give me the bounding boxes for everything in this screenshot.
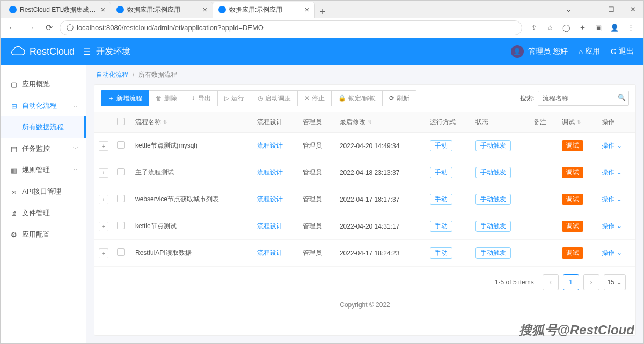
design-link[interactable]: 流程设计	[257, 222, 283, 230]
sort-icon[interactable]: ⇅	[163, 120, 167, 125]
col-action: 操作	[597, 112, 635, 133]
cell-modified: 2022-04-17 18:24:23	[335, 240, 426, 267]
debug-button[interactable]: 调试	[562, 247, 583, 259]
maximize-button[interactable]: ☐	[601, 1, 622, 18]
page-number-button[interactable]: 1	[563, 274, 579, 290]
url-input[interactable]: ⓘ localhost:8080/restcloud/admin/etl/app…	[60, 20, 522, 35]
action-dropdown[interactable]: 操作 ⌄	[602, 222, 621, 230]
browser-tab-0[interactable]: RestCloud ETL数据集成平台 ×	[4, 2, 111, 18]
breadcrumb-link[interactable]: 自动化流程	[96, 70, 128, 79]
delete-button[interactable]: 🗑 删除	[149, 90, 184, 106]
row-checkbox[interactable]	[117, 141, 125, 149]
panel-icon[interactable]: ▣	[593, 23, 604, 33]
row-checkbox[interactable]	[117, 168, 125, 175]
expand-row-button[interactable]: +	[99, 248, 108, 258]
sidebar-item-tasks[interactable]: ▤任务监控﹀	[1, 138, 86, 159]
sidebar-item-automation[interactable]: ⊞自动化流程︿	[1, 95, 86, 116]
col-modified[interactable]: 最后修改	[340, 118, 365, 126]
dashboard-icon: ▢	[10, 80, 18, 88]
env-selector[interactable]: ☰ 开发环境	[83, 46, 130, 57]
export-button[interactable]: ⤓ 导出	[184, 90, 218, 106]
expand-row-button[interactable]: +	[99, 141, 108, 151]
page-size-select[interactable]: 15 ⌄	[604, 274, 626, 290]
apps-link[interactable]: ⌂ 应用	[579, 47, 600, 56]
gear-icon: ⚙	[10, 231, 18, 238]
chevron-down-icon[interactable]: ⌄	[558, 1, 579, 18]
search-icon[interactable]: 🔍	[618, 94, 626, 101]
action-dropdown[interactable]: 操作 ⌄	[602, 249, 621, 257]
add-button[interactable]: ＋ 新增流程	[101, 90, 149, 106]
pagination-info: 1-5 of 5 items	[495, 279, 534, 286]
prev-page-button[interactable]: ‹	[543, 274, 559, 290]
brand-text: RestCloud	[30, 46, 75, 57]
action-dropdown[interactable]: 操作 ⌄	[602, 169, 621, 176]
stop-button[interactable]: ✕ 停止	[298, 90, 332, 106]
sidebar-item-files[interactable]: 🗎文件管理	[1, 202, 86, 224]
sidebar-item-overview[interactable]: ▢应用概览	[1, 74, 86, 95]
close-icon[interactable]: ×	[305, 5, 309, 14]
design-link[interactable]: 流程设计	[257, 169, 283, 176]
minimize-button[interactable]: —	[579, 1, 601, 18]
select-all-checkbox[interactable]	[117, 118, 125, 125]
flows-table: 流程名称⇅ 流程设计 管理员 最后修改⇅ 运行方式 状态 备注 调试⇅ 操作 +…	[94, 112, 635, 267]
close-icon[interactable]: ×	[203, 5, 207, 14]
menu-fold-icon: ☰	[83, 47, 91, 57]
row-checkbox[interactable]	[117, 248, 125, 256]
design-link[interactable]: 流程设计	[257, 142, 283, 149]
profile-icon[interactable]: 👤	[609, 23, 620, 33]
address-bar: ← → ⟳ ⓘ localhost:8080/restcloud/admin/e…	[1, 18, 643, 38]
star-icon[interactable]: ☆	[545, 23, 555, 33]
expand-row-button[interactable]: +	[99, 195, 108, 204]
action-dropdown[interactable]: 操作 ⌄	[602, 142, 621, 149]
sort-icon[interactable]: ⇅	[577, 120, 581, 125]
table-row: +kettle节点测试流程设计管理员2022-04-20 14:31:17手动手…	[94, 213, 635, 240]
share-icon[interactable]: ⇪	[529, 23, 539, 33]
schedule-button[interactable]: ◷ 启动调度	[251, 90, 298, 106]
browser-tab-2[interactable]: 数据应用:示例应用 ×	[213, 2, 315, 18]
debug-button[interactable]: 调试	[562, 221, 583, 232]
chevron-down-icon: ⌄	[617, 279, 622, 286]
expand-row-button[interactable]: +	[99, 222, 108, 231]
design-link[interactable]: 流程设计	[257, 249, 283, 257]
favicon-icon	[116, 6, 124, 13]
add-label: 新增流程	[116, 94, 142, 103]
action-dropdown[interactable]: 操作 ⌄	[602, 195, 621, 203]
close-icon[interactable]: ×	[101, 5, 105, 14]
menu-icon[interactable]: ⋮	[625, 23, 636, 33]
api-icon: ⍟	[10, 188, 18, 195]
col-debug[interactable]: 调试	[562, 118, 575, 126]
run-button[interactable]: ▷ 运行	[218, 90, 251, 106]
col-name[interactable]: 流程名称	[135, 118, 161, 126]
extension-icon[interactable]: ◯	[561, 23, 572, 33]
toolbar: ＋ 新增流程 🗑 删除 ⤓ 导出 ▷ 运行 ◷ 启动调度 ✕ 停止 🔒 锁定/解…	[94, 85, 635, 112]
logout-link[interactable]: G 退出	[611, 47, 634, 56]
debug-button[interactable]: 调试	[562, 194, 583, 205]
tab-title: 数据应用:示例应用	[229, 5, 302, 14]
debug-button[interactable]: 调试	[562, 140, 583, 151]
expand-row-button[interactable]: +	[99, 168, 108, 178]
puzzle-icon[interactable]: ✦	[577, 23, 588, 33]
close-window-button[interactable]: ✕	[622, 1, 643, 18]
new-tab-button[interactable]: +	[315, 6, 330, 18]
design-link[interactable]: 流程设计	[257, 195, 283, 203]
browser-tab-1[interactable]: 数据应用:示例应用 ×	[111, 2, 213, 18]
cell-name: 主子流程测试	[131, 159, 253, 186]
sidebar-item-settings[interactable]: ⚙应用配置	[1, 224, 86, 245]
refresh-button[interactable]: ⟳ 刷新	[383, 90, 416, 106]
sidebar-item-rules[interactable]: ▥规则管理﹀	[1, 159, 86, 181]
row-checkbox[interactable]	[117, 195, 125, 202]
debug-button[interactable]: 调试	[562, 167, 583, 178]
row-checkbox[interactable]	[117, 222, 125, 229]
sidebar-item-api[interactable]: ⍟API接口管理	[1, 181, 86, 202]
logout-icon: G	[611, 47, 617, 56]
user-greeting[interactable]: 👤 管理员 您好	[511, 45, 568, 58]
back-button[interactable]: ←	[5, 20, 20, 35]
next-page-button[interactable]: ›	[583, 274, 599, 290]
search-input[interactable]	[538, 91, 629, 106]
sidebar-sub-all-flows[interactable]: 所有数据流程	[1, 116, 86, 138]
sort-icon[interactable]: ⇅	[368, 120, 372, 125]
reload-button[interactable]: ⟳	[41, 20, 56, 35]
brand-logo[interactable]: RestCloud	[10, 46, 75, 57]
forward-button[interactable]: →	[23, 20, 38, 35]
lock-button[interactable]: 🔒 锁定/解锁	[332, 90, 383, 106]
